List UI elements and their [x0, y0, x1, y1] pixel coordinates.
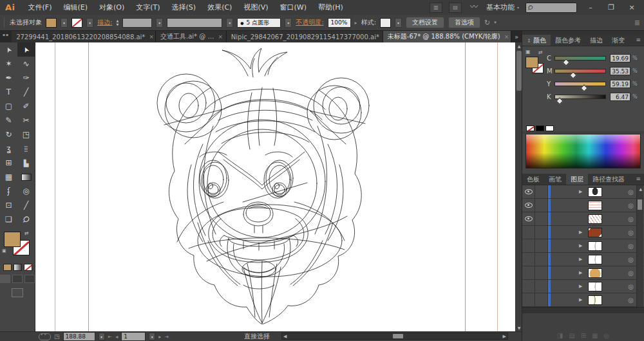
prev-artboard-icon[interactable]: ◂: [115, 334, 118, 340]
cyan-slider[interactable]: [554, 56, 606, 60]
collapse-panel-icon[interactable]: ≣: [634, 19, 644, 27]
lock-cell[interactable]: [535, 239, 548, 252]
menu-file[interactable]: 文件(F): [23, 3, 58, 12]
stroke-color-swatch[interactable]: [71, 18, 82, 28]
tab-gradient[interactable]: 渐变: [607, 35, 629, 46]
tab-stroke[interactable]: 描边: [585, 35, 607, 46]
layer-target-icon[interactable]: ◎: [628, 189, 634, 196]
pen-tool[interactable]: ✒: [0, 71, 17, 85]
slider-thumb[interactable]: [556, 97, 564, 104]
symbol-sprayer-tool[interactable]: ʓ: [0, 142, 17, 156]
free-transform-tool[interactable]: ◳: [17, 127, 35, 142]
lock-cell[interactable]: [535, 199, 548, 212]
fill-dropdown-icon[interactable]: ▾: [61, 18, 68, 28]
cyan-value-field[interactable]: 19.69: [610, 54, 630, 62]
minimize-button[interactable]: –: [583, 3, 598, 12]
layer-thumbnail[interactable]: [588, 255, 602, 264]
width-tool[interactable]: ✑: [17, 71, 35, 85]
draw-behind-button[interactable]: [12, 275, 23, 283]
menu-help[interactable]: 帮助(H): [312, 3, 349, 12]
direct-selection-tool[interactable]: ➤: [17, 42, 35, 57]
document-setup-button[interactable]: 文档设置: [406, 17, 444, 28]
layer-thumbnail[interactable]: [588, 228, 602, 237]
style-dropdown-icon[interactable]: ▾: [395, 18, 402, 28]
panel-menu-icon[interactable]: ≡: [636, 174, 644, 185]
layer-row[interactable]: ▶ ◎: [522, 253, 644, 266]
vertical-scrollbar[interactable]: ▲ ▼: [515, 42, 522, 331]
perspective-grid-tool[interactable]: ⣿: [17, 142, 35, 156]
line-segment-tool[interactable]: ╱: [17, 85, 35, 99]
layer-target-icon[interactable]: ◎: [628, 202, 634, 209]
document-tab[interactable]: 27299441_20180613220208854088.ai* ×: [12, 31, 156, 42]
menu-effect[interactable]: 效果(C): [202, 3, 238, 12]
brush-definition-field[interactable]: ● 5 点圆形: [237, 18, 281, 28]
pencil-tool[interactable]: ✎: [0, 113, 17, 127]
layer-target-icon[interactable]: ◎: [628, 297, 634, 304]
expand-triangle-icon[interactable]: ▶: [579, 284, 587, 289]
new-layer-icon[interactable]: ⊞: [581, 332, 586, 339]
visibility-toggle[interactable]: [522, 293, 535, 306]
grid-view-icon[interactable]: ▥: [430, 3, 442, 13]
layer-row[interactable]: ▶ ◎: [522, 239, 644, 253]
expand-triangle-icon[interactable]: ▶: [579, 257, 587, 262]
eyedropper-tool[interactable]: ʄ: [0, 184, 17, 198]
magenta-slider[interactable]: [554, 69, 606, 73]
scroll-right-icon[interactable]: ▶: [503, 334, 506, 340]
magic-wand-tool[interactable]: ✶: [0, 57, 17, 71]
draw-inside-button[interactable]: [24, 275, 35, 283]
scroll-up-icon[interactable]: ▲: [639, 187, 642, 191]
visibility-toggle[interactable]: [522, 280, 535, 293]
layer-target-icon[interactable]: ◎: [628, 283, 634, 290]
panel-menu-icon[interactable]: ≡: [636, 35, 644, 46]
menu-window[interactable]: 窗口(W): [274, 3, 312, 12]
none-swatch[interactable]: [526, 125, 535, 131]
brush-dropdown-icon[interactable]: ▾: [285, 18, 292, 28]
tab-swatches[interactable]: 色板: [522, 174, 544, 185]
scroll-left-icon[interactable]: ◀: [283, 334, 287, 340]
none-mode-button[interactable]: [24, 264, 32, 271]
swap-fill-stroke-icon[interactable]: ⇄: [24, 230, 29, 236]
export-icon[interactable]: ◳: [54, 333, 60, 340]
rotate-view-icon[interactable]: ↻: [484, 19, 490, 27]
layer-thumbnail[interactable]: [588, 201, 602, 210]
visibility-toggle[interactable]: [522, 185, 535, 198]
black-swatch[interactable]: [536, 125, 544, 131]
make-mask-icon[interactable]: ◨: [557, 332, 563, 339]
expand-triangle-icon[interactable]: ▶: [579, 270, 587, 275]
width-profile-dropdown-icon[interactable]: ▾: [226, 18, 233, 28]
gesture-icon[interactable]: 〰: [468, 3, 480, 12]
lock-cell[interactable]: [535, 185, 548, 198]
app-logo[interactable]: Ai: [0, 3, 23, 12]
layer-row[interactable]: ▶ ◎: [522, 266, 644, 280]
dock-collapse-icon[interactable]: ▪▪: [0, 31, 12, 42]
expand-triangle-icon[interactable]: ▶: [579, 297, 587, 302]
tab-overflow-icon[interactable]: »: [511, 31, 522, 42]
arrange-documents-icon[interactable]: ▤: [449, 3, 462, 13]
artboard-canvas[interactable]: [35, 42, 515, 331]
locate-object-icon[interactable]: ◎: [604, 332, 610, 339]
swap-colors-icon[interactable]: ⇄: [538, 50, 543, 55]
rotate-tool[interactable]: ↻: [0, 127, 17, 142]
expand-triangle-icon[interactable]: ▶: [579, 189, 587, 194]
scrollbar-thumb[interactable]: [516, 51, 522, 91]
menu-object[interactable]: 对象(O): [93, 3, 130, 12]
visibility-toggle[interactable]: [522, 266, 535, 279]
lock-cell[interactable]: [535, 253, 548, 266]
menu-view[interactable]: 视图(V): [238, 3, 274, 12]
color-mode-button[interactable]: [3, 264, 12, 271]
scrollbar-thumb[interactable]: [393, 334, 403, 338]
search-input[interactable]: Ϙ: [526, 3, 577, 13]
zoom-level-field[interactable]: 188.88: [63, 332, 95, 341]
layer-target-icon[interactable]: ◎: [628, 243, 634, 250]
lock-cell[interactable]: [535, 226, 548, 239]
tab-color[interactable]: ↕ 颜色: [522, 35, 551, 46]
expand-triangle-icon[interactable]: ▶: [579, 230, 587, 235]
color-spectrum-bar[interactable]: [526, 134, 641, 169]
type-tool[interactable]: T: [0, 85, 17, 99]
artboard-tool[interactable]: ⊡: [0, 198, 17, 212]
close-icon[interactable]: ×: [218, 33, 223, 40]
next-artboard-icon[interactable]: ▸: [158, 334, 161, 340]
document-tab-active[interactable]: 未标题-67* @ 188.88% (CMYK/轮廓) ×: [383, 31, 511, 42]
stroke-panel-link[interactable]: 描边:: [97, 18, 112, 27]
tab-pathfinder[interactable]: 路径查找器: [588, 174, 629, 185]
